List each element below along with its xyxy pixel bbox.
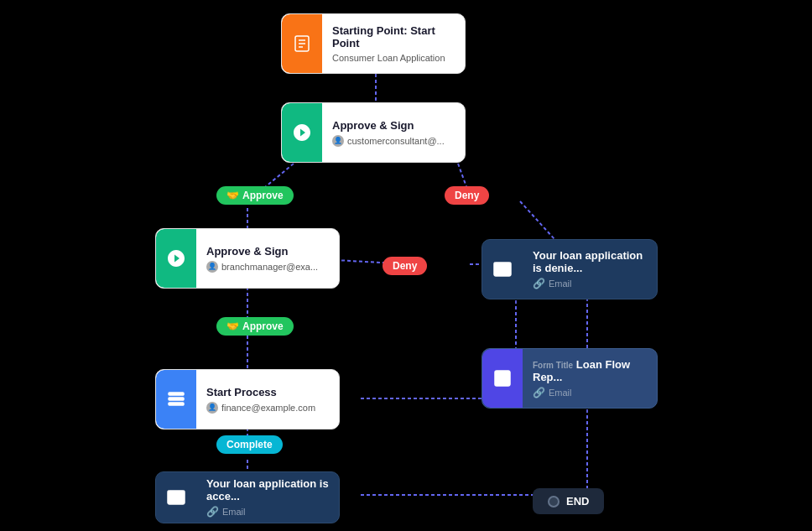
form-email-sub: 🔗 Email <box>533 387 647 398</box>
approve-badge-2[interactable]: 🤝 Approve <box>216 317 294 336</box>
approve-sign-1-sub: 👤 customerconsultant@... <box>332 135 445 147</box>
start-process-icon <box>156 370 196 429</box>
approve-badge-1[interactable]: 🤝 Approve <box>216 186 294 205</box>
denied-email-icon <box>482 240 523 299</box>
start-title: Starting Point: Start Point <box>332 24 455 49</box>
approve-sign-1-title: Approve & Sign <box>332 119 445 132</box>
approve-icon-1: 🤝 <box>226 190 239 201</box>
start-process-node[interactable]: Start Process 👤 finance@example.com <box>155 369 340 429</box>
svg-rect-17 <box>169 403 184 405</box>
link-icon-3: 🔗 <box>206 506 219 518</box>
approve-sign-2-node[interactable]: Approve & Sign 👤 branchmanager@exa... <box>155 228 340 289</box>
approve-sign-1-node[interactable]: Approve & Sign 👤 customerconsultant@... <box>281 102 466 163</box>
svg-rect-16 <box>169 398 184 400</box>
complete-badge[interactable]: Complete <box>216 435 283 454</box>
approve-sign-1-icon <box>282 103 322 162</box>
end-node[interactable]: END <box>533 488 604 514</box>
denied-email-sub: 🔗 Email <box>533 278 647 289</box>
user-icon-2: 👤 <box>206 261 218 273</box>
accepted-email-title: Your loan application is acce... <box>206 477 329 502</box>
user-icon-1: 👤 <box>332 135 344 147</box>
link-icon-1: 🔗 <box>533 278 545 289</box>
svg-rect-15 <box>169 393 184 395</box>
end-dot <box>548 496 560 508</box>
form-email-icon <box>482 349 523 408</box>
start-subtitle: Consumer Loan Application <box>332 53 455 63</box>
user-icon-3: 👤 <box>206 402 218 414</box>
accepted-email-node[interactable]: Your loan application is acce... 🔗 Email <box>155 471 340 523</box>
denied-email-node[interactable]: Your loan application is denie... 🔗 Emai… <box>481 239 658 299</box>
approve-sign-2-icon <box>156 229 196 288</box>
start-process-sub: 👤 finance@example.com <box>206 402 315 414</box>
start-process-title: Start Process <box>206 386 315 398</box>
denied-email-title: Your loan application is denie... <box>533 249 647 274</box>
start-icon <box>282 14 322 73</box>
approve-sign-2-title: Approve & Sign <box>206 245 318 258</box>
start-node[interactable]: Starting Point: Start Point Consumer Loa… <box>281 13 466 74</box>
approve-sign-2-sub: 👤 branchmanager@exa... <box>206 261 318 273</box>
form-email-node[interactable]: Form Title Loan Flow Rep... 🔗 Email <box>481 348 658 409</box>
link-icon-2: 🔗 <box>533 387 545 398</box>
end-label: END <box>566 495 589 508</box>
accepted-email-sub: 🔗 Email <box>206 506 329 518</box>
form-email-title: Form Title Loan Flow Rep... <box>533 358 647 383</box>
approve-icon-2: 🤝 <box>226 320 239 332</box>
svg-rect-18 <box>495 371 510 386</box>
deny-badge-2[interactable]: Deny <box>383 257 427 275</box>
flow-canvas: Starting Point: Start Point Consumer Loa… <box>0 0 812 531</box>
accepted-email-icon <box>156 471 196 523</box>
deny-badge-1[interactable]: Deny <box>445 186 489 205</box>
